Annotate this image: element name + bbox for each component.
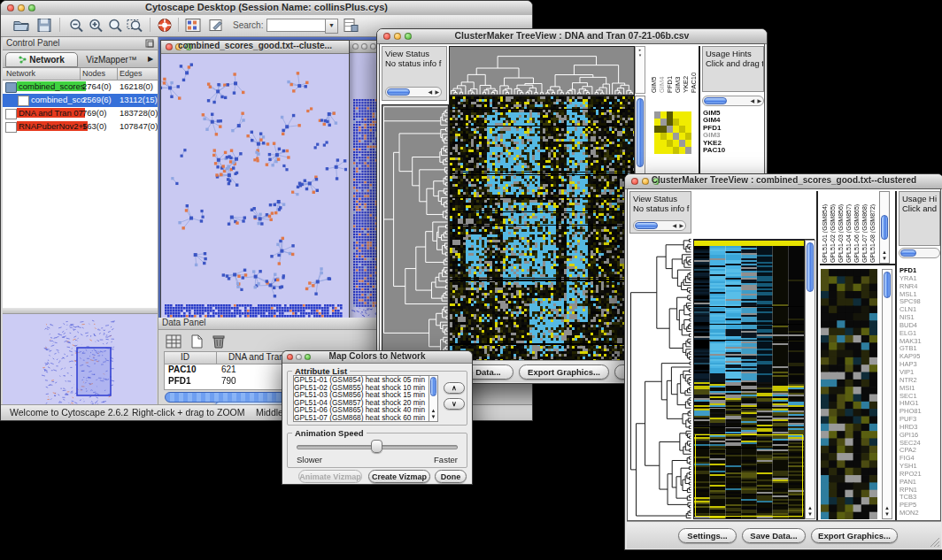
matrix-cell[interactable] (679, 133, 685, 140)
resize-grip[interactable] (929, 536, 939, 547)
col-edges[interactable]: Edges (120, 69, 143, 78)
tv1-strip-arrows[interactable]: ▸▾ (635, 46, 645, 94)
scroll-right-icon[interactable]: ▶ (757, 97, 761, 105)
matrix-cell[interactable] (667, 133, 673, 140)
save-session-icon[interactable] (36, 18, 52, 33)
tv2-row-dendrogram-canvas[interactable] (629, 238, 691, 519)
network-grid-icon[interactable] (185, 18, 201, 33)
animate-vizmap-button[interactable]: Animate Vizmap (298, 470, 362, 483)
matrix-cell[interactable] (673, 140, 679, 147)
export-graphics-button[interactable]: Export Graphics... (811, 528, 898, 543)
matrix-cell[interactable] (654, 119, 660, 126)
col-network[interactable]: Network (6, 69, 35, 78)
matrix-cell[interactable] (654, 147, 660, 154)
matrix-cell[interactable] (654, 126, 660, 133)
scroll-right-icon[interactable]: ▶ (679, 222, 683, 230)
import-table-icon[interactable] (343, 18, 359, 33)
column-gene-label[interactable]: PFD1 (666, 47, 674, 93)
matrix-cell[interactable] (660, 133, 667, 140)
close-button[interactable] (352, 43, 359, 50)
scroll-right-icon[interactable]: ▶ (435, 88, 439, 96)
matrix-cell[interactable] (667, 111, 673, 119)
scroll-arrows[interactable]: ▲▼ (883, 505, 892, 518)
array-column-label[interactable]: GPL51-03 (GSM856) (838, 192, 844, 263)
matrix-cell[interactable] (685, 140, 691, 147)
tab-vizmapper[interactable]: VizMapper™ (80, 52, 143, 67)
matrix-cell[interactable] (679, 111, 685, 119)
network-table-row[interactable]: RNAPuberNov2+I563(0)107847(0) (3, 120, 158, 134)
matrix-cell[interactable] (654, 140, 660, 147)
matrix-cell[interactable] (667, 126, 673, 133)
matrix-cell[interactable] (685, 111, 691, 119)
row-gene-label[interactable]: PAC10 (703, 147, 764, 154)
matrix-cell[interactable] (673, 126, 679, 133)
create-vizmap-button[interactable]: Create Vizmap (368, 470, 430, 483)
zoom-in-icon[interactable] (88, 18, 104, 33)
matrix-cell[interactable] (660, 147, 667, 154)
delete-attribute-icon[interactable] (212, 334, 226, 349)
tv1-column-dendrogram-canvas[interactable] (449, 46, 635, 96)
matrix-cell[interactable] (654, 111, 660, 119)
matrix-cell[interactable] (660, 111, 667, 119)
matrix-cell[interactable] (660, 140, 667, 147)
matrix-cell[interactable] (679, 119, 685, 126)
tv2-heatmap-canvas[interactable] (693, 240, 805, 519)
gene-label[interactable]: MON2 (900, 510, 940, 518)
attribute-list[interactable]: GPL51-01 (GSM854) heat shock 05 minGPL51… (293, 375, 429, 422)
main-titlebar[interactable]: Cytoscape Desktop (Session Name: collins… (1, 1, 532, 16)
tab-overflow-button[interactable]: ▶ (143, 50, 158, 67)
done-button[interactable]: Done (435, 470, 467, 483)
matrix-cell[interactable] (685, 119, 691, 126)
tv2-collabel-vscrollbar[interactable]: ▲▼ (879, 191, 890, 264)
tv1-heatmap-canvas[interactable] (449, 96, 635, 361)
array-column-label[interactable]: GPL51-07 (GSM868) (861, 192, 868, 263)
network-window-1[interactable]: combined_scores_good.txt--cluste... (160, 40, 350, 326)
speed-slider-thumb[interactable] (371, 440, 382, 453)
tv2-column-tree-area[interactable] (693, 191, 815, 240)
matrix-cell[interactable] (673, 119, 679, 126)
panel-splitter[interactable] (3, 308, 158, 314)
move-attribute-up-button[interactable]: ∧ (444, 382, 465, 394)
tv2-status-scrollbar[interactable]: ◀ ▶ (633, 220, 686, 231)
tv2-zoom-vscrollbar[interactable]: ▲▼ (882, 269, 892, 519)
tv2-pane-divider[interactable] (816, 191, 818, 520)
scroll-left-icon[interactable]: ◀ (672, 222, 676, 230)
matrix-cell[interactable] (673, 133, 679, 140)
tv1-usage-scrollbar[interactable]: ◀ ▶ (702, 96, 764, 106)
tv2-usage-scrollbar[interactable] (899, 248, 940, 258)
tv1-zoom-matrix[interactable] (654, 111, 691, 154)
matrix-cell[interactable] (679, 126, 685, 133)
tv1-row-dendrogram-canvas[interactable] (382, 104, 449, 361)
tv2-zoom-heatmap-canvas[interactable] (821, 269, 877, 519)
tab-network[interactable]: Network (5, 52, 78, 67)
matrix-cell[interactable] (685, 147, 691, 154)
search-input[interactable] (266, 19, 327, 32)
settings-button[interactable]: Settings... (678, 528, 737, 543)
save-data-button[interactable]: Save Data... (742, 528, 806, 543)
dialog-titlebar[interactable]: Map Colors to Network (282, 351, 472, 364)
move-attribute-down-button[interactable]: ∨ (444, 398, 465, 410)
tv2-heatmap-vscrollbar[interactable]: ▲▼ (805, 240, 815, 519)
float-panel-icon[interactable] (145, 39, 154, 48)
network-view-canvas-1[interactable] (161, 54, 347, 325)
help-lifering-icon[interactable] (157, 18, 173, 33)
array-column-label[interactable]: GPL51-08 (GSM872) (869, 192, 876, 263)
search-dropdown-button[interactable]: ▼ (325, 19, 338, 34)
open-session-icon[interactable] (13, 18, 29, 33)
scroll-left-icon[interactable]: ◀ (750, 97, 754, 105)
zoom-out-icon[interactable] (68, 18, 84, 33)
new-attribute-icon[interactable] (189, 334, 205, 349)
tv2-right-divider[interactable] (895, 191, 897, 520)
zoom-selected-icon[interactable] (107, 18, 123, 33)
column-gene-label[interactable]: GIM5 (650, 47, 658, 93)
zoom-fit-icon[interactable] (127, 18, 143, 33)
matrix-cell[interactable] (673, 147, 679, 154)
scroll-left-icon[interactable]: ◀ (428, 88, 432, 96)
column-gene-label[interactable]: PAC10 (690, 47, 697, 93)
minimize-button[interactable] (361, 43, 367, 50)
array-column-label[interactable]: GPL51-06 (GSM865) (853, 192, 860, 263)
attribute-list-item[interactable]: GPL51-07 (GSM868) heat shock 60 min (294, 414, 429, 422)
network-table-row[interactable]: combined_scores2764(0)16218(0) (3, 81, 158, 94)
zoom-button[interactable] (370, 43, 376, 50)
dp-col-id[interactable]: ID (181, 352, 189, 362)
